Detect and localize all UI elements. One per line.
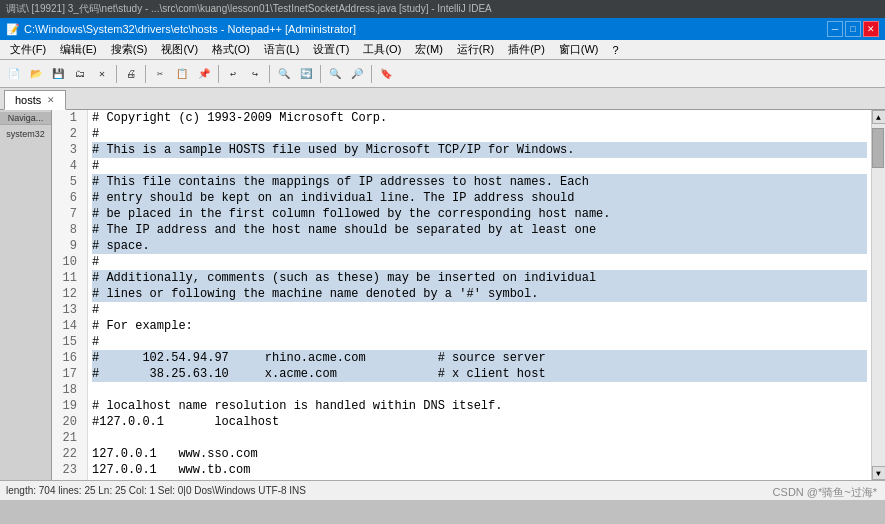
scroll-up-arrow[interactable]: ▲: [872, 110, 886, 124]
line-number-5: 5: [58, 174, 81, 190]
replace-button[interactable]: 🔄: [296, 64, 316, 84]
redo-button[interactable]: ↪: [245, 64, 265, 84]
app-icon: 📝: [6, 23, 20, 36]
code-line-16[interactable]: # 102.54.94.97 rhino.acme.com # source s…: [92, 350, 867, 366]
code-line-13[interactable]: #: [92, 302, 867, 318]
bookmark-button[interactable]: 🔖: [376, 64, 396, 84]
menu-run[interactable]: 运行(R): [451, 41, 500, 58]
save-all-button[interactable]: 🗂: [70, 64, 90, 84]
tab-hosts[interactable]: hosts ✕: [4, 90, 66, 110]
code-line-21[interactable]: [92, 430, 867, 446]
open-button[interactable]: 📂: [26, 64, 46, 84]
zoom-out-button[interactable]: 🔎: [347, 64, 367, 84]
line-number-16: 16: [58, 350, 81, 366]
line-number-23: 23: [58, 462, 81, 478]
code-line-24[interactable]: 127.0.0.1 www.tm.com: [92, 478, 867, 480]
code-line-22[interactable]: 127.0.0.1 www.sso.com: [92, 446, 867, 462]
notepad-window: 📝 C:\Windows\System32\drivers\etc\hosts …: [0, 18, 885, 500]
copy-button[interactable]: 📋: [172, 64, 192, 84]
new-button[interactable]: 📄: [4, 64, 24, 84]
menu-language[interactable]: 语言(L): [258, 41, 305, 58]
menu-macro[interactable]: 宏(M): [409, 41, 449, 58]
line-number-1: 1: [58, 110, 81, 126]
line-number-15: 15: [58, 334, 81, 350]
scroll-thumb[interactable]: [872, 128, 884, 168]
line-number-19: 19: [58, 398, 81, 414]
code-line-18[interactable]: [92, 382, 867, 398]
title-controls[interactable]: ─ □ ✕: [827, 21, 879, 37]
sidebar-label: Naviga...: [0, 112, 51, 125]
line-number-7: 7: [58, 206, 81, 222]
line-number-22: 22: [58, 446, 81, 462]
print-button[interactable]: 🖨: [121, 64, 141, 84]
line-number-9: 9: [58, 238, 81, 254]
paste-button[interactable]: 📌: [194, 64, 214, 84]
system32-item[interactable]: system32: [6, 129, 45, 139]
menu-help[interactable]: ?: [607, 43, 625, 57]
code-line-4[interactable]: #: [92, 158, 867, 174]
line-number-8: 8: [58, 222, 81, 238]
menu-view[interactable]: 视图(V): [155, 41, 204, 58]
menu-plugins[interactable]: 插件(P): [502, 41, 551, 58]
code-line-17[interactable]: # 38.25.63.10 x.acme.com # x client host: [92, 366, 867, 382]
code-line-2[interactable]: #: [92, 126, 867, 142]
line-number-14: 14: [58, 318, 81, 334]
code-line-5[interactable]: # This file contains the mappings of IP …: [92, 174, 867, 190]
line-number-18: 18: [58, 382, 81, 398]
code-line-3[interactable]: # This is a sample HOSTS file used by Mi…: [92, 142, 867, 158]
code-line-12[interactable]: # lines or following the machine name de…: [92, 286, 867, 302]
line-number-6: 6: [58, 190, 81, 206]
watermark: CSDN @*骑鱼~过海*: [773, 485, 877, 500]
code-line-9[interactable]: # space.: [92, 238, 867, 254]
code-line-8[interactable]: # The IP address and the host name shoul…: [92, 222, 867, 238]
menu-search[interactable]: 搜索(S): [105, 41, 154, 58]
vertical-scrollbar[interactable]: ▲ ▼: [871, 110, 885, 480]
maximize-button[interactable]: □: [845, 21, 861, 37]
menu-edit[interactable]: 编辑(E): [54, 41, 103, 58]
code-line-19[interactable]: # localhost name resolution is handled w…: [92, 398, 867, 414]
undo-button[interactable]: ↩: [223, 64, 243, 84]
line-number-24: 24: [58, 478, 81, 480]
menu-tools[interactable]: 工具(O): [357, 41, 407, 58]
code-line-14[interactable]: # For example:: [92, 318, 867, 334]
scroll-down-arrow[interactable]: ▼: [872, 466, 886, 480]
menu-window[interactable]: 窗口(W): [553, 41, 605, 58]
intellij-title-text: 调试\ [19921] 3_代码\net\study - ...\src\com…: [6, 2, 492, 16]
line-number-20: 20: [58, 414, 81, 430]
minimize-button[interactable]: ─: [827, 21, 843, 37]
code-line-6[interactable]: # entry should be kept on an individual …: [92, 190, 867, 206]
sep4: [269, 65, 270, 83]
left-sidebar: Naviga... system32: [0, 110, 52, 480]
menu-bar: 文件(F) 编辑(E) 搜索(S) 视图(V) 格式(O) 语言(L) 设置(T…: [0, 40, 885, 60]
code-line-1[interactable]: # Copyright (c) 1993-2009 Microsoft Corp…: [92, 110, 867, 126]
line-numbers: 1234567891011121314151617181920212223242…: [52, 110, 88, 480]
code-line-23[interactable]: 127.0.0.1 www.tb.com: [92, 462, 867, 478]
code-line-20[interactable]: #127.0.0.1 localhost: [92, 414, 867, 430]
cut-button[interactable]: ✂: [150, 64, 170, 84]
close-button[interactable]: ✕: [863, 21, 879, 37]
menu-file[interactable]: 文件(F): [4, 41, 52, 58]
find-button[interactable]: 🔍: [274, 64, 294, 84]
code-line-10[interactable]: #: [92, 254, 867, 270]
line-number-21: 21: [58, 430, 81, 446]
scroll-track[interactable]: [872, 124, 885, 466]
save-button[interactable]: 💾: [48, 64, 68, 84]
menu-format[interactable]: 格式(O): [206, 41, 256, 58]
zoom-in-button[interactable]: 🔍: [325, 64, 345, 84]
line-number-13: 13: [58, 302, 81, 318]
sep5: [320, 65, 321, 83]
menu-settings[interactable]: 设置(T): [307, 41, 355, 58]
intellij-title-bar: 调试\ [19921] 3_代码\net\study - ...\src\com…: [0, 0, 885, 18]
code-line-15[interactable]: #: [92, 334, 867, 350]
sep2: [145, 65, 146, 83]
window-title: C:\Windows\System32\drivers\etc\hosts - …: [24, 23, 356, 35]
tab-bar: hosts ✕: [0, 88, 885, 110]
title-bar: 📝 C:\Windows\System32\drivers\etc\hosts …: [0, 18, 885, 40]
line-number-3: 3: [58, 142, 81, 158]
code-line-7[interactable]: # be placed in the first column followed…: [92, 206, 867, 222]
tab-label: hosts: [15, 94, 41, 106]
tab-close-icon[interactable]: ✕: [47, 95, 55, 105]
code-line-11[interactable]: # Additionally, comments (such as these)…: [92, 270, 867, 286]
close-doc-button[interactable]: ✕: [92, 64, 112, 84]
code-editor[interactable]: # Copyright (c) 1993-2009 Microsoft Corp…: [88, 110, 871, 480]
